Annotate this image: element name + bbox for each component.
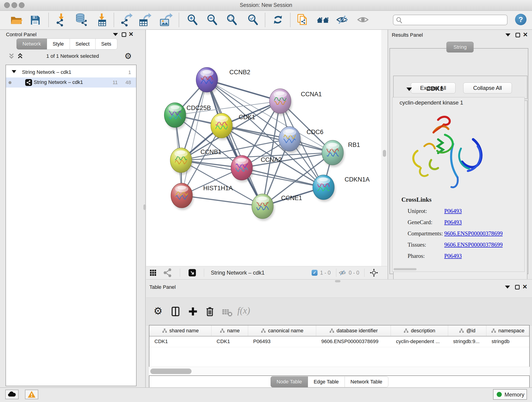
column-header-shared-name[interactable]: shared name — [149, 325, 211, 336]
add-column-icon[interactable] — [187, 306, 198, 317]
image-icon — [160, 18, 169, 27]
panel-float-icon[interactable] — [122, 32, 126, 37]
help-button[interactable]: ? — [515, 14, 526, 25]
node-ccnb2[interactable] — [196, 67, 219, 94]
edge-CCNA2-CDKN1A[interactable] — [242, 168, 323, 187]
tab-network-table[interactable]: Network Table — [345, 376, 388, 387]
section-collapse-triangle[interactable] — [406, 88, 412, 91]
table-row[interactable]: CDK1CDK1P064939606.ENSP00000378699cyclin… — [149, 337, 529, 347]
node-ccna2[interactable] — [231, 155, 254, 182]
column-header-namespace[interactable]: namespace — [486, 325, 529, 336]
memory-button[interactable]: Memory — [493, 389, 527, 400]
table-toolbar: ⚙ f(x) — [146, 298, 532, 325]
table-settings-gear-icon[interactable]: ⚙ — [153, 306, 165, 317]
detach-view-icon[interactable] — [189, 269, 196, 276]
open-session-button[interactable] — [10, 14, 23, 27]
crosslink-label: Uniprot: — [401, 208, 444, 214]
table-horizontal-scrollbar[interactable] — [149, 367, 530, 375]
warning-icon — [27, 390, 36, 399]
results-scrollbar-thumb[interactable] — [394, 268, 417, 270]
column-header-name[interactable]: name — [211, 325, 248, 336]
canvas-scrollbar-thumb[interactable] — [383, 150, 386, 157]
tree-expand-triangle[interactable] — [12, 70, 16, 73]
show-columns-icon[interactable] — [170, 306, 181, 317]
copy-network-button[interactable] — [297, 14, 310, 27]
cloud-status-button[interactable] — [5, 390, 19, 399]
horizontal-splitter-handle[interactable] — [335, 280, 341, 282]
column-header-canonical-name[interactable]: canonical name — [248, 325, 316, 336]
node-cdkn1a[interactable] — [313, 175, 336, 202]
zoom-in-button[interactable] — [186, 14, 199, 27]
crosslink-link[interactable]: P06493 — [444, 208, 462, 214]
crosslink-row: Compartments:9606.ENSP00000378699 — [401, 230, 523, 237]
node-rb1[interactable] — [322, 140, 345, 167]
panel-float-icon[interactable] — [515, 33, 520, 37]
birdseye-crosshair-icon[interactable] — [370, 269, 378, 277]
zoom-selected-button[interactable] — [247, 14, 260, 27]
crosslink-link[interactable]: 9606.ENSP00000378699 — [444, 242, 503, 248]
panel-menu-icon[interactable] — [505, 286, 510, 288]
refresh-button[interactable] — [272, 14, 285, 27]
hide-selected-button[interactable] — [336, 14, 349, 27]
import-network-file-button[interactable] — [55, 14, 68, 27]
tab-style[interactable]: Style — [47, 38, 70, 50]
vertical-splitter-handle[interactable] — [143, 204, 146, 210]
node-result-name: CDK1 — [426, 85, 443, 92]
grid-view-icon[interactable] — [149, 269, 157, 276]
results-panel-title: Results Panel — [392, 32, 423, 38]
column-header-database-identifier[interactable]: database identifier — [316, 325, 391, 336]
panel-close-icon[interactable]: ✕ — [128, 31, 133, 37]
export-table-button[interactable] — [139, 14, 152, 27]
node-cdk1[interactable] — [211, 113, 234, 140]
network-overview-share-icon[interactable] — [163, 268, 172, 277]
table-scrollbar-thumb[interactable] — [150, 369, 191, 374]
panel-float-icon[interactable] — [515, 285, 520, 289]
export-image-button[interactable] — [160, 14, 173, 27]
tab-node-table[interactable]: Node Table — [271, 376, 308, 387]
delete-column-icon[interactable] — [204, 306, 215, 317]
node-cdc25b[interactable] — [164, 103, 187, 129]
node-ccna1[interactable] — [269, 89, 292, 115]
export-network-button[interactable] — [121, 14, 133, 27]
zoom-fit-button[interactable] — [226, 14, 239, 27]
tab-select[interactable]: Select — [70, 38, 95, 50]
crosslink-link[interactable]: P06493 — [444, 253, 462, 259]
node-label-ccne1: CCNE1 — [281, 195, 302, 201]
search-input[interactable] — [404, 16, 506, 25]
collection-count: 1 — [128, 70, 131, 75]
node-ccnb1[interactable] — [170, 148, 193, 175]
network-row[interactable]: String Network – cdk1 11 48 — [6, 77, 136, 88]
crosslink-link[interactable]: P06493 — [444, 219, 462, 225]
network-collection-row[interactable]: String Network – cdk1 1 — [6, 67, 136, 77]
node-hist1h1a[interactable] — [171, 183, 194, 210]
panel-close-icon[interactable]: ✕ — [522, 284, 527, 290]
tab-edge-table[interactable]: Edge Table — [308, 376, 345, 387]
first-neighbors-button[interactable] — [317, 14, 329, 27]
node-ccne1[interactable] — [252, 194, 274, 221]
network-canvas[interactable]: CCNB2CCNA1CDC25BCDK1CDC6RB1CCNB1CCNA2CDK… — [146, 30, 387, 266]
network-share-icon — [56, 19, 64, 27]
column-header-@id[interactable]: @id — [448, 325, 487, 336]
results-tab-string[interactable]: String — [446, 42, 474, 52]
toolbar-separator — [204, 269, 204, 277]
panel-close-icon[interactable]: ✕ — [523, 32, 528, 38]
canvas-vertical-scrollbar[interactable] — [381, 30, 387, 266]
show-all-button[interactable] — [357, 14, 370, 27]
tab-sets[interactable]: Sets — [95, 38, 117, 50]
panel-menu-icon[interactable] — [505, 33, 510, 36]
selected-checkbox[interactable]: ✓ — [312, 270, 317, 276]
edge-HIST1H1A-CCNE1[interactable] — [182, 196, 263, 206]
zoom-out-button[interactable] — [206, 14, 219, 27]
import-network-database-button[interactable] — [75, 14, 88, 27]
import-table-button[interactable] — [96, 14, 109, 27]
tab-network[interactable]: Network — [17, 38, 47, 50]
gear-icon[interactable]: ⚙ — [124, 51, 132, 61]
crosslinks-title: CrossLinks — [401, 196, 523, 203]
table-bottom-border — [149, 375, 530, 376]
collapse-all-button[interactable]: Collapse All — [463, 83, 512, 94]
column-header-description[interactable]: description — [391, 325, 448, 336]
warnings-button[interactable] — [25, 390, 38, 399]
panel-menu-icon[interactable] — [113, 33, 118, 36]
crosslink-link[interactable]: 9606.ENSP00000378699 — [444, 230, 503, 237]
save-session-button[interactable] — [29, 14, 42, 27]
